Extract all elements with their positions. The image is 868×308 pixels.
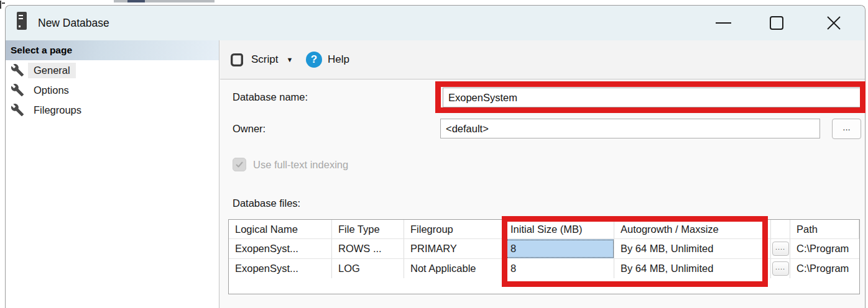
- main-panel: Script ▼ ? Help Database name: Owner: ..…: [220, 40, 865, 308]
- cell-autogrowth[interactable]: By 64 MB, Unlimited: [614, 259, 771, 278]
- column-header-path[interactable]: Path: [790, 220, 859, 238]
- fulltext-checkbox-row: Use full-text indexing: [233, 158, 348, 171]
- wrench-icon: [11, 103, 24, 117]
- chevron-down-icon[interactable]: ▼: [286, 56, 293, 63]
- cell-filegroup[interactable]: Not Applicable: [404, 259, 504, 278]
- cell-initial-size[interactable]: 8: [504, 259, 614, 278]
- background-scrollbar-thumb-fragment: [127, 0, 145, 2]
- screenshot-root: New Database Select a page General: [0, 0, 868, 308]
- path-browse-button[interactable]: ....: [772, 242, 789, 256]
- help-label: Help: [328, 53, 349, 66]
- new-database-dialog: New Database Select a page General: [5, 5, 866, 308]
- column-header-filegroup[interactable]: Filegroup: [404, 220, 504, 238]
- titlebar[interactable]: New Database: [6, 6, 865, 40]
- cell-logical-name[interactable]: ExopenSyst...: [229, 259, 332, 278]
- owner-label: Owner:: [233, 123, 265, 135]
- fulltext-checkbox[interactable]: [233, 158, 246, 171]
- database-name-label: Database name:: [233, 91, 308, 103]
- sidebar-item-label: Filegroups: [28, 102, 87, 118]
- toolbar: Script ▼ ? Help: [220, 40, 865, 79]
- sidebar-header: Select a page: [6, 40, 219, 60]
- script-icon: [229, 52, 246, 68]
- cell-file-type[interactable]: ROWS ...: [332, 239, 404, 258]
- cell-path[interactable]: C:\Program: [790, 259, 859, 278]
- column-header-logical-name[interactable]: Logical Name: [229, 220, 332, 238]
- path-browse-button[interactable]: ....: [772, 261, 789, 276]
- grid-header-row: Logical Name File Type Filegroup Initial…: [229, 220, 859, 238]
- column-header-file-type[interactable]: File Type: [332, 220, 404, 238]
- cell-autogrowth[interactable]: By 64 MB, Unlimited: [614, 239, 771, 258]
- database-files-label: Database files:: [233, 197, 300, 209]
- sidebar-item-label: General: [28, 63, 76, 78]
- minimize-icon: [716, 22, 731, 24]
- sidebar-item-filegroups[interactable]: Filegroups: [6, 100, 219, 120]
- database-server-icon: [17, 12, 27, 30]
- database-files-grid: Logical Name File Type Filegroup Initial…: [228, 219, 860, 294]
- column-header-autogrowth[interactable]: Autogrowth / Maxsize: [614, 220, 771, 238]
- fulltext-label: Use full-text indexing: [253, 159, 348, 171]
- maximize-icon: [770, 16, 783, 30]
- cell-browse: ....: [771, 259, 790, 278]
- general-page-content: Database name: Owner: ... Use full-text …: [220, 79, 865, 308]
- sidebar-item-general[interactable]: General: [6, 60, 219, 80]
- cell-browse: ....: [771, 239, 790, 258]
- cell-filegroup[interactable]: PRIMARY: [404, 239, 504, 258]
- cell-file-type[interactable]: LOG: [332, 259, 404, 278]
- sidebar-item-label: Options: [28, 83, 75, 98]
- wrench-icon: [11, 83, 24, 97]
- column-header-browse: [771, 220, 790, 238]
- owner-browse-button[interactable]: ...: [832, 119, 861, 139]
- grid-row-log-file: ExopenSyst... LOG Not Applicable 8 By 64…: [229, 258, 859, 278]
- page-selector-sidebar: Select a page General Options Filegroups: [6, 40, 219, 308]
- minimize-button[interactable]: [708, 11, 738, 35]
- close-button[interactable]: [819, 11, 849, 35]
- maximize-button[interactable]: [762, 11, 792, 35]
- script-label: Script: [251, 53, 278, 66]
- check-icon: [235, 160, 244, 169]
- help-icon: ?: [306, 52, 322, 68]
- owner-input[interactable]: [440, 119, 820, 138]
- database-name-input[interactable]: [443, 88, 861, 107]
- close-icon: [826, 15, 842, 31]
- wrench-icon: [11, 63, 24, 77]
- cell-logical-name[interactable]: ExopenSyst...: [229, 239, 332, 258]
- grid-row-rows-file: ExopenSyst... ROWS ... PRIMARY 8 By 64 M…: [229, 238, 859, 258]
- cell-initial-size-selected[interactable]: 8: [504, 239, 614, 258]
- help-button[interactable]: ? Help: [306, 40, 349, 79]
- column-header-initial-size[interactable]: Initial Size (MB): [504, 220, 614, 238]
- sidebar-item-options[interactable]: Options: [6, 80, 219, 100]
- cell-path[interactable]: C:\Program: [790, 239, 859, 258]
- script-button[interactable]: Script ▼: [229, 40, 293, 79]
- dialog-title: New Database: [38, 6, 109, 40]
